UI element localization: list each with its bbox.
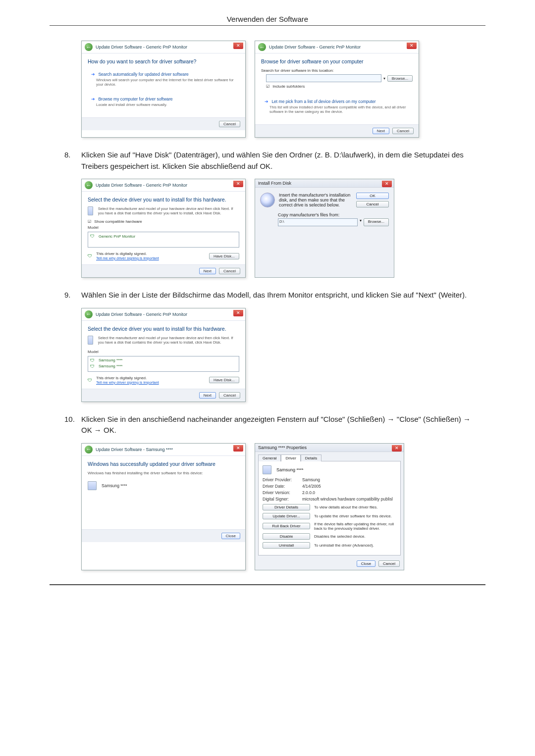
have-disk-button[interactable]: Have Disk... bbox=[209, 377, 239, 383]
dialog-header: ← Update Driver Software - Samsung **** bbox=[82, 444, 245, 456]
button-desc: Disables the selected device. bbox=[314, 534, 396, 539]
dialog-instruction: Select the manufacturer and model of you… bbox=[98, 206, 239, 215]
dialog-title: Update Driver Software - Generic PnP Mon… bbox=[96, 45, 187, 50]
dialog-title: Update Driver Software - Generic PnP Mon… bbox=[96, 312, 187, 317]
path-input[interactable]: D:\ bbox=[278, 218, 358, 226]
option-pick-from-list[interactable]: ➔ Let me pick from a list of device driv… bbox=[261, 96, 413, 117]
close-button[interactable]: Close bbox=[357, 560, 375, 567]
monitor-icon bbox=[88, 206, 93, 215]
cancel-button[interactable]: Cancel bbox=[219, 121, 240, 127]
model-listbox[interactable]: 🛡 Samsung **** 🛡 Samsung **** bbox=[88, 356, 239, 372]
option-auto-search[interactable]: ➔ Search automatically for updated drive… bbox=[88, 68, 239, 90]
shield-icon: 🛡 bbox=[88, 253, 92, 258]
option-title: Browse my computer for driver software bbox=[98, 97, 172, 101]
cancel-button[interactable]: Cancel bbox=[356, 201, 389, 207]
next-button[interactable]: Next bbox=[199, 392, 216, 399]
close-icon[interactable]: ✕ bbox=[233, 43, 243, 49]
signing-info-link[interactable]: Tell me why driver signing is important bbox=[96, 380, 159, 385]
monitor-icon bbox=[88, 336, 93, 345]
step-text: Klicken Sie in den anschießend nacheinan… bbox=[81, 414, 471, 436]
dialog-title: Update Driver Software - Generic PnP Mon… bbox=[269, 45, 361, 50]
prop-key: Driver Version: bbox=[263, 490, 302, 495]
arrow-icon: ➔ bbox=[91, 97, 95, 101]
tab-driver[interactable]: Driver bbox=[281, 454, 300, 461]
prop-value: microsoft windows hardware compatibility… bbox=[302, 497, 396, 502]
device-name: Samsung **** bbox=[276, 467, 304, 472]
disable-button[interactable]: Disable bbox=[263, 533, 310, 540]
ok-button[interactable]: OK bbox=[356, 193, 389, 199]
list-item-label: Samsung **** bbox=[99, 358, 122, 362]
arrow-icon: ➔ bbox=[91, 72, 95, 77]
close-button[interactable]: Close bbox=[221, 533, 240, 539]
top-rule bbox=[50, 25, 485, 26]
next-button[interactable]: Next bbox=[199, 268, 216, 274]
cancel-button[interactable]: Cancel bbox=[219, 268, 240, 274]
browse-button[interactable]: Browse... bbox=[387, 75, 413, 82]
option-subtext: This list will show installed driver sof… bbox=[269, 105, 409, 114]
search-location-label: Search for driver software in this locat… bbox=[261, 68, 413, 73]
cancel-button[interactable]: Cancel bbox=[219, 392, 240, 399]
dropdown-icon[interactable]: ▾ bbox=[383, 76, 385, 81]
checkbox-icon[interactable]: ☑ bbox=[88, 219, 91, 224]
cancel-button[interactable]: Cancel bbox=[392, 128, 414, 134]
list-item[interactable]: 🛡 Samsung **** bbox=[90, 357, 237, 363]
disc-icon bbox=[260, 193, 275, 207]
close-icon[interactable]: ✕ bbox=[233, 310, 243, 316]
step-number: 9. bbox=[64, 290, 81, 301]
checkbox-icon[interactable]: ☑ bbox=[266, 84, 269, 89]
prop-value: 4/14/2005 bbox=[302, 484, 396, 489]
screenshot-row-close: ✕ ← Update Driver Software - Samsung ***… bbox=[81, 443, 485, 570]
monitor-icon bbox=[88, 481, 97, 490]
uninstall-button[interactable]: Uninstall bbox=[263, 542, 310, 549]
include-subfolders-label: Include subfolders bbox=[272, 84, 305, 89]
back-icon[interactable]: ← bbox=[85, 181, 93, 189]
back-icon[interactable]: ← bbox=[258, 43, 266, 51]
location-input[interactable] bbox=[266, 74, 381, 82]
dialog-browse-location: ✕ ← Update Driver Software - Generic PnP… bbox=[255, 41, 419, 138]
dialog-select-driver: ✕ ← Update Driver Software - Generic PnP… bbox=[81, 179, 246, 278]
back-icon[interactable]: ← bbox=[85, 310, 93, 318]
list-item[interactable]: 🛡 Samsung **** bbox=[90, 363, 237, 369]
close-icon[interactable]: ✕ bbox=[233, 445, 243, 452]
show-compatible-label: Show compatible hardware bbox=[94, 219, 142, 224]
roll-back-driver-button[interactable]: Roll Back Driver bbox=[263, 523, 310, 529]
screenshot-row-pick-model: ✕ ← Update Driver Software - Generic PnP… bbox=[81, 308, 485, 402]
signed-text: This driver is digitally signed. bbox=[96, 376, 147, 380]
dialog-update-success: ✕ ← Update Driver Software - Samsung ***… bbox=[81, 443, 246, 570]
back-icon[interactable]: ← bbox=[85, 446, 93, 454]
tab-details[interactable]: Details bbox=[301, 454, 321, 461]
dropdown-icon[interactable]: ▾ bbox=[360, 218, 362, 226]
dialog-heading: Windows has successfully updated your dr… bbox=[88, 461, 239, 467]
list-item-label: Generic PnP Monitor bbox=[99, 234, 135, 239]
next-button[interactable]: Next bbox=[373, 128, 389, 134]
cancel-button[interactable]: Cancel bbox=[378, 560, 400, 567]
back-icon[interactable]: ← bbox=[85, 43, 93, 51]
dialog-header: ← Update Driver Software - Generic PnP M… bbox=[82, 41, 245, 53]
close-icon[interactable]: ✕ bbox=[407, 43, 417, 49]
update-driver-button[interactable]: Update Driver... bbox=[263, 513, 310, 519]
screenshot-row-search-browse: ✕ ← Update Driver Software - Generic PnP… bbox=[81, 41, 485, 138]
signed-text: This driver is digitally signed. bbox=[96, 252, 147, 256]
dialog-heading: Browse for driver software on your compu… bbox=[261, 58, 413, 64]
copy-from-label: Copy manufacturer's files from: bbox=[278, 212, 389, 217]
close-icon[interactable]: ✕ bbox=[382, 181, 392, 187]
have-disk-button[interactable]: Have Disk... bbox=[209, 253, 239, 259]
step-text: Wählen Sie in der Liste der Bildschirme … bbox=[81, 290, 471, 301]
shield-icon: 🛡 bbox=[90, 234, 95, 239]
close-icon[interactable]: ✕ bbox=[233, 181, 243, 187]
button-desc: To uninstall the driver (Advanced). bbox=[314, 543, 396, 548]
device-name: Samsung **** bbox=[102, 483, 127, 488]
model-listbox[interactable]: 🛡 Generic PnP Monitor bbox=[88, 232, 239, 248]
model-label: Model bbox=[88, 350, 239, 354]
browse-button[interactable]: Browse... bbox=[364, 218, 389, 226]
option-browse-computer[interactable]: ➔ Browse my computer for driver software… bbox=[88, 93, 239, 110]
close-icon[interactable]: ✕ bbox=[392, 445, 402, 452]
dialog-title: Update Driver Software - Generic PnP Mon… bbox=[96, 183, 187, 188]
option-subtext: Locate and install driver software manua… bbox=[96, 102, 236, 107]
list-item[interactable]: 🛡 Generic PnP Monitor bbox=[90, 233, 237, 239]
shield-icon: 🛡 bbox=[90, 358, 95, 363]
prop-value: Samsung bbox=[302, 477, 396, 482]
tab-general[interactable]: General bbox=[258, 454, 281, 461]
signing-info-link[interactable]: Tell me why driver signing is important bbox=[96, 256, 159, 260]
driver-details-button[interactable]: Driver Details bbox=[263, 504, 310, 510]
